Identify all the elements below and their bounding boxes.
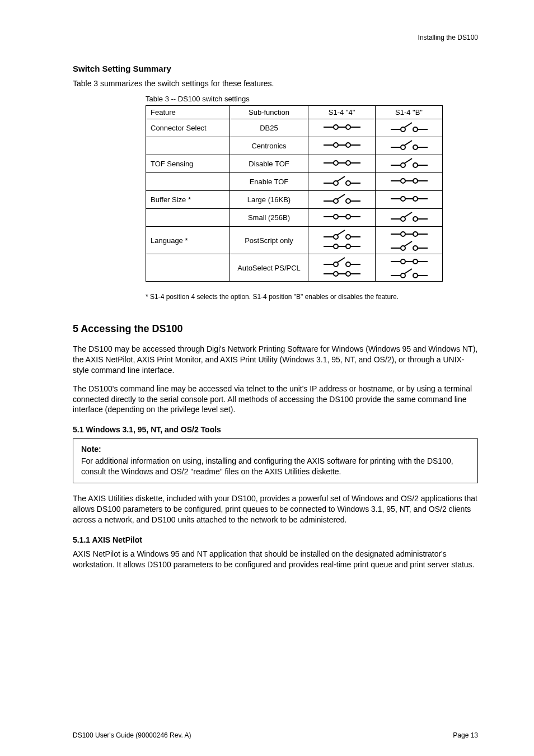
svg-line-82: [337, 258, 345, 263]
svg-point-28: [413, 163, 418, 167]
switch-closed-icon: [390, 194, 429, 204]
switch-open-icon: [322, 175, 362, 186]
svg-point-33: [346, 181, 350, 185]
cell-s4: [308, 227, 376, 254]
cell-s4: [308, 191, 376, 209]
svg-line-17: [404, 141, 412, 146]
switch-closed-icon: [390, 256, 429, 267]
svg-point-38: [413, 179, 418, 183]
cell-sb: [376, 227, 443, 254]
page-footer: DS100 User's Guide (90000246 Rev. A) Pag…: [73, 731, 478, 739]
cell-subfunction: PostScript only: [230, 227, 308, 254]
section-switch-summary-desc: Table 3 summarizes the switch settings f…: [73, 79, 478, 88]
svg-point-36: [401, 179, 405, 183]
note-text: For additional information on using, ins…: [81, 456, 470, 477]
svg-line-77: [404, 241, 412, 246]
table-row: Enable TOF: [146, 173, 443, 191]
svg-point-18: [413, 145, 418, 150]
switch-settings-table: Feature Sub-function S1-4 "4" S1-4 "B" C…: [146, 105, 443, 282]
svg-line-27: [404, 158, 412, 164]
svg-line-7: [404, 123, 412, 128]
svg-line-32: [337, 176, 345, 181]
cell-subfunction: Large (16KB): [230, 191, 308, 209]
svg-point-88: [346, 272, 350, 276]
switch-closed-icon: [322, 269, 362, 279]
switch-open-icon: [322, 256, 362, 268]
note-label: Note:: [81, 445, 101, 454]
svg-point-83: [346, 262, 350, 267]
accessing-p1: The DS100 may be accessed through Digi's…: [73, 344, 478, 376]
svg-point-3: [346, 125, 350, 129]
cell-feature: [146, 209, 230, 227]
svg-point-11: [334, 143, 338, 147]
footer-right: Page 13: [453, 731, 478, 739]
cell-s4: [308, 137, 376, 155]
footer-left: DS100 User's Guide (90000246 Rev. A): [73, 731, 191, 739]
svg-point-43: [346, 199, 350, 203]
svg-point-91: [401, 259, 405, 264]
cell-sb: [376, 137, 443, 155]
svg-point-48: [413, 197, 418, 201]
table-row: Language *PostScript only: [146, 227, 443, 254]
table-row: Connector SelectDB25: [146, 119, 443, 137]
cell-feature: Connector Select: [146, 119, 230, 137]
svg-point-21: [334, 161, 338, 165]
th-feature: Feature: [146, 106, 230, 119]
cell-feature: [146, 137, 230, 155]
svg-point-73: [413, 232, 418, 236]
section-accessing-heading: 5 Accessing the DS100: [73, 323, 478, 335]
svg-point-46: [401, 197, 405, 201]
cell-sb: [376, 155, 443, 173]
svg-point-93: [413, 259, 418, 264]
subsection-windows-tools-title: 5.1 Windows 3.1, 95, NT, and OS/2 Tools: [73, 425, 478, 434]
cell-subfunction: Centronics: [230, 137, 308, 155]
switch-closed-icon: [322, 140, 362, 150]
table-row: AutoSelect PS/PCL: [146, 254, 443, 282]
table-caption: Table 3 -- DS100 switch settings: [146, 95, 478, 103]
cell-subfunction: Disable TOF: [230, 155, 308, 173]
switch-closed-icon: [390, 229, 429, 239]
svg-line-97: [404, 269, 412, 274]
cell-feature: Language *: [146, 227, 230, 254]
svg-point-71: [401, 232, 405, 236]
switch-open-icon: [390, 139, 429, 151]
switch-closed-icon: [390, 176, 429, 186]
cell-s4: [308, 119, 376, 137]
cell-sb: [376, 173, 443, 191]
cell-s4: [308, 254, 376, 282]
table-row: Buffer Size *Large (16KB): [146, 191, 443, 209]
cell-s4: [308, 155, 376, 173]
switch-closed-icon: [322, 212, 362, 222]
svg-line-42: [337, 194, 345, 199]
switch-open-icon: [322, 193, 362, 204]
svg-point-51: [334, 214, 338, 219]
svg-point-53: [346, 214, 350, 219]
cell-s4: [308, 173, 376, 191]
switch-open-icon: [322, 229, 362, 240]
th-sb: S1-4 "B": [376, 106, 443, 119]
svg-line-57: [404, 212, 412, 217]
table-header-row: Feature Sub-function S1-4 "4" S1-4 "B": [146, 106, 443, 119]
svg-point-68: [346, 244, 350, 249]
subsubsection-netpilot-title: 5.1.1 AXIS NetPilot: [73, 535, 478, 544]
table-row: TOF SensingDisable TOF: [146, 155, 443, 173]
switch-open-icon: [390, 157, 429, 169]
note-box: Note: For additional information on usin…: [73, 438, 478, 483]
table-footnote: * S1-4 position 4 selects the option. S1…: [146, 293, 478, 301]
cell-feature: [146, 173, 230, 191]
switch-open-icon: [390, 240, 429, 251]
cell-s4: [308, 209, 376, 227]
accessing-p2: The DS100's command line may be accessed…: [73, 384, 478, 416]
svg-point-86: [334, 272, 338, 276]
cell-subfunction: Small (256B): [230, 209, 308, 227]
cell-sb: [376, 209, 443, 227]
th-subfunction: Sub-function: [230, 106, 308, 119]
switch-open-icon: [390, 211, 429, 222]
page-header: Installing the DS100: [73, 34, 478, 41]
svg-point-66: [334, 244, 338, 249]
cell-feature: Buffer Size *: [146, 191, 230, 209]
switch-closed-icon: [322, 158, 362, 168]
svg-point-23: [346, 161, 350, 165]
svg-point-1: [334, 125, 338, 129]
table-row: Centronics: [146, 137, 443, 155]
